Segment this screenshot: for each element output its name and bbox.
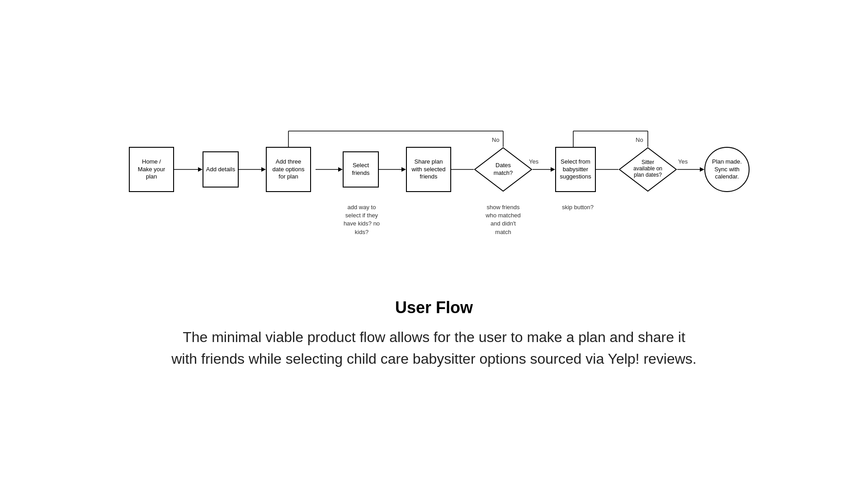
node-add-dates-label: Add three date options for plan [273,158,305,181]
node-select-friends-label: Select friends [352,162,369,177]
label-yes-dates: Yes [529,158,538,165]
node-share-plan-label: Share plan with selected friends [411,158,445,181]
node-home-label: Home / Make your plan [138,158,165,181]
page-container: Home / Make your plan Add details Add th… [0,0,868,488]
svg-text:plan dates?: plan dates? [634,172,662,178]
node-select-babysitter: Select from babysitter suggestions [555,147,596,192]
svg-marker-1 [198,167,203,172]
node-plan-made: Plan made. Sync with calendar. [704,147,750,192]
node-dates-match: Dates match? [474,147,533,192]
node-add-dates: Add three date options for plan [266,147,311,192]
node-add-details-label: Add details [206,166,235,174]
label-yes-sitter: Yes [678,158,688,165]
svg-marker-15 [700,167,704,172]
node-sitter-available: Sitter available on plan dates? [618,147,677,192]
svg-text:Dates: Dates [495,162,511,169]
bottom-section: User Flow The minimal viable product flo… [153,298,714,370]
section-title: User Flow [171,298,696,317]
node-add-details: Add details [203,151,239,188]
label-no-sitter: No [636,136,643,143]
node-home: Home / Make your plan [129,147,174,192]
svg-marker-5 [338,167,343,172]
svg-text:available on: available on [633,165,662,172]
svg-marker-11 [551,167,555,172]
section-desc: The minimal viable product flow allows f… [171,326,696,370]
note-kids: add way to select if they have kids? no … [335,203,389,236]
node-share-plan: Share plan with selected friends [406,147,451,192]
svg-text:match?: match? [494,169,513,176]
flowchart-area: Home / Make your plan Add details Add th… [95,99,773,271]
node-plan-made-label: Plan made. Sync with calendar. [712,158,742,181]
node-select-babysitter-label: Select from babysitter suggestions [560,158,591,181]
svg-text:Sitter: Sitter [642,159,654,165]
note-skip: skip button? [555,203,600,211]
label-no-dates: No [492,136,500,143]
note-friends: show friends who matched and didn't matc… [474,203,533,236]
svg-marker-7 [401,167,406,172]
svg-marker-3 [261,167,266,172]
node-select-friends: Select friends [343,151,379,188]
